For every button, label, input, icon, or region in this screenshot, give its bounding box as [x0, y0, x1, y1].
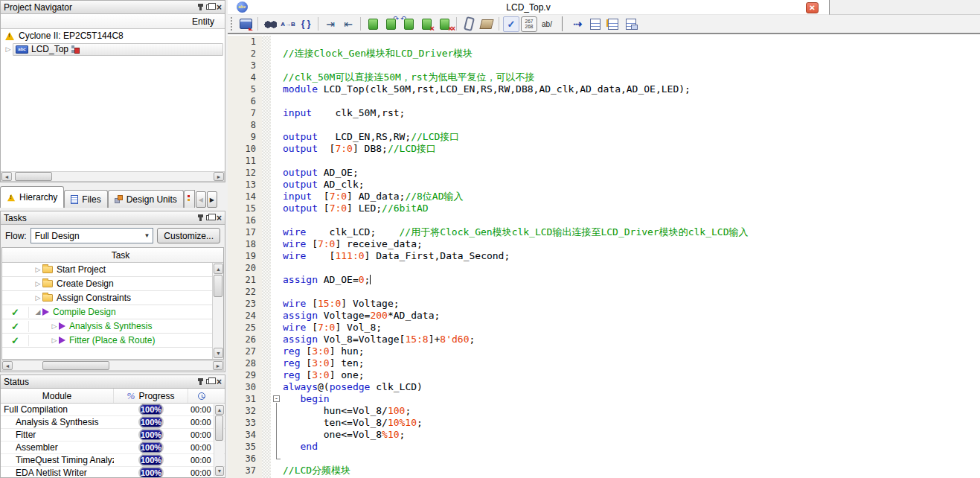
code-line[interactable]: reg [3:0] one;: [283, 369, 980, 381]
scroll-thumb[interactable]: [15, 172, 52, 181]
expand-icon[interactable]: ▷: [33, 280, 42, 287]
scroll-up-icon[interactable]: ▲: [214, 264, 223, 274]
float-icon[interactable]: [206, 4, 212, 10]
float-icon[interactable]: [206, 215, 212, 220]
match-brace-icon[interactable]: [298, 16, 314, 32]
goto-line-icon[interactable]: [569, 16, 586, 32]
task-row[interactable]: ✓▷Analysis & Synthesis: [2, 319, 223, 334]
code-line[interactable]: reg [3:0] ten;: [283, 357, 980, 369]
document-close-icon[interactable]: ✕: [806, 2, 819, 13]
scroll-down-icon[interactable]: ▼: [214, 348, 223, 358]
macro-icon[interactable]: [478, 16, 495, 32]
scroll-thumb[interactable]: [215, 415, 223, 441]
export-icon[interactable]: [237, 16, 254, 32]
tab-design-units[interactable]: Design Units: [108, 190, 184, 208]
code-line[interactable]: begin: [283, 393, 980, 405]
code-line[interactable]: wire [7:0] receive_data;: [283, 238, 980, 250]
code-line[interactable]: assign Voltage=200*AD_data;: [283, 310, 980, 322]
pin-icon[interactable]: [199, 378, 202, 385]
outdent-icon[interactable]: [340, 16, 356, 32]
code-line[interactable]: [283, 119, 980, 131]
code-line[interactable]: wire [15:0] Voltage;: [283, 298, 980, 310]
customize-button[interactable]: Customize...: [157, 228, 220, 243]
code-line[interactable]: one<=Vol_8%10;: [283, 429, 980, 441]
code-line[interactable]: always@(posedge clk_LCD): [283, 381, 980, 393]
scroll-down-icon[interactable]: ▼: [215, 466, 224, 476]
code-text[interactable]: //连接Clock_Gen模块和LCD_Driver模块//clk_50M可以直…: [283, 36, 980, 478]
device-row[interactable]: Cyclone II: EP2C5T144C8: [1, 29, 225, 42]
comment-lines-icon[interactable]: [587, 16, 603, 32]
code-line[interactable]: [283, 60, 980, 71]
progress-column-label[interactable]: % Progress: [114, 389, 188, 403]
tab-scroll-left-icon[interactable]: ◀: [196, 191, 206, 208]
code-line[interactable]: reg [3:0] hun;: [283, 345, 980, 357]
code-line[interactable]: [283, 262, 980, 274]
text-mode-icon[interactable]: ab/: [539, 16, 555, 32]
scroll-thumb[interactable]: [214, 275, 222, 297]
fold-collapse-icon[interactable]: -: [273, 395, 280, 402]
tab-partial[interactable]: [184, 190, 195, 208]
pin-icon[interactable]: [199, 4, 202, 10]
bookmark-delete-all-icon[interactable]: [436, 16, 452, 32]
expand-icon[interactable]: ▷: [50, 337, 59, 344]
scroll-up-icon[interactable]: ▲: [215, 405, 224, 415]
code-line[interactable]: [283, 36, 980, 48]
scroll-right-icon[interactable]: ►: [214, 172, 224, 181]
code-line[interactable]: wire clk_LCD; //用于将Clock_Gen模块clk_LCD输出连…: [283, 226, 980, 238]
find-icon[interactable]: [262, 16, 278, 32]
status-vscrollbar[interactable]: ▲ ▼: [214, 404, 224, 477]
uncomment-lines-icon[interactable]: [605, 16, 621, 32]
code-line[interactable]: hun<=Vol_8/100;: [283, 405, 980, 417]
task-row[interactable]: ✓▷Fitter (Place & Route): [2, 334, 223, 348]
task-row[interactable]: ▷Assign Constraints: [2, 291, 223, 305]
navigator-hscrollbar[interactable]: ◄ ►: [1, 171, 225, 182]
code-editor[interactable]: 1234567891011121314151617181920212223242…: [228, 36, 980, 478]
tab-hierarchy[interactable]: Hierarchy: [0, 186, 64, 208]
toolbar-drag-handle[interactable]: [231, 17, 234, 31]
expand-icon[interactable]: ▷: [33, 266, 42, 273]
code-line[interactable]: module LCD_Top(clk_50M,rst,LCD_EN,RS,RW,…: [283, 83, 980, 95]
bookmark-delete-icon[interactable]: [418, 16, 435, 32]
comment-block-icon[interactable]: [623, 16, 639, 32]
code-line[interactable]: //clk_50M可以直接连50M，rst为低电平复位，可以不接: [283, 71, 980, 83]
code-line[interactable]: [283, 155, 980, 167]
expand-icon[interactable]: ▷: [50, 322, 59, 330]
pin-icon[interactable]: [199, 214, 202, 221]
code-line[interactable]: output AD_clk;: [283, 179, 980, 191]
replace-icon[interactable]: [280, 16, 296, 32]
collapse-icon[interactable]: ◢: [33, 308, 42, 316]
tasks-vscrollbar[interactable]: ▲ ▼: [212, 263, 223, 359]
scroll-right-icon[interactable]: ►: [213, 361, 223, 370]
flow-select[interactable]: Full Design ▼: [31, 228, 154, 243]
close-icon[interactable]: ×: [217, 4, 222, 11]
code-line[interactable]: [283, 214, 980, 226]
code-line[interactable]: output [7:0] DB8;//LCD接口: [283, 143, 980, 155]
code-line[interactable]: input clk_50M,rst;: [283, 107, 980, 119]
task-column-label[interactable]: Task: [29, 248, 212, 263]
code-line[interactable]: assign AD_OE=0;: [283, 274, 980, 286]
bookmark-next-icon[interactable]: [382, 16, 399, 32]
module-column-label[interactable]: Module: [1, 389, 114, 403]
code-line[interactable]: //连接Clock_Gen模块和LCD_Driver模块: [283, 48, 980, 60]
entity-item[interactable]: abc LCD_Top: [13, 43, 223, 56]
close-icon[interactable]: ×: [217, 378, 222, 386]
code-line[interactable]: wire [7:0] Vol_8;: [283, 322, 980, 334]
expander-icon[interactable]: ▷: [4, 45, 13, 53]
tab-scroll-right-icon[interactable]: ▶: [207, 191, 217, 208]
document-titlebar[interactable]: abc LCD_Top.v ✕: [228, 0, 829, 15]
tasks-hscrollbar[interactable]: ◄ ►: [1, 360, 224, 371]
scroll-left-icon[interactable]: ◄: [2, 361, 13, 370]
spell-check-icon[interactable]: [503, 16, 519, 32]
entity-column-header[interactable]: Entity: [1, 14, 225, 29]
insert-template-icon[interactable]: [461, 16, 477, 32]
code-line[interactable]: output LCD_EN,RS,RW;//LCD接口: [283, 131, 980, 143]
code-line[interactable]: output [7:0] LED;//6bitAD: [283, 203, 980, 214]
bookmark-toggle-icon[interactable]: [365, 16, 381, 32]
indent-icon[interactable]: [322, 16, 339, 32]
line-count-icon[interactable]: 267268: [521, 16, 537, 32]
bookmark-prev-icon[interactable]: [400, 16, 417, 32]
code-line[interactable]: input [7:0] AD_data;//8位AD输入: [283, 191, 980, 203]
code-line[interactable]: end: [283, 441, 980, 453]
scroll-left-icon[interactable]: ◄: [1, 172, 12, 181]
code-line[interactable]: assign Vol_8=Voltage[15:8]+8'd60;: [283, 334, 980, 345]
